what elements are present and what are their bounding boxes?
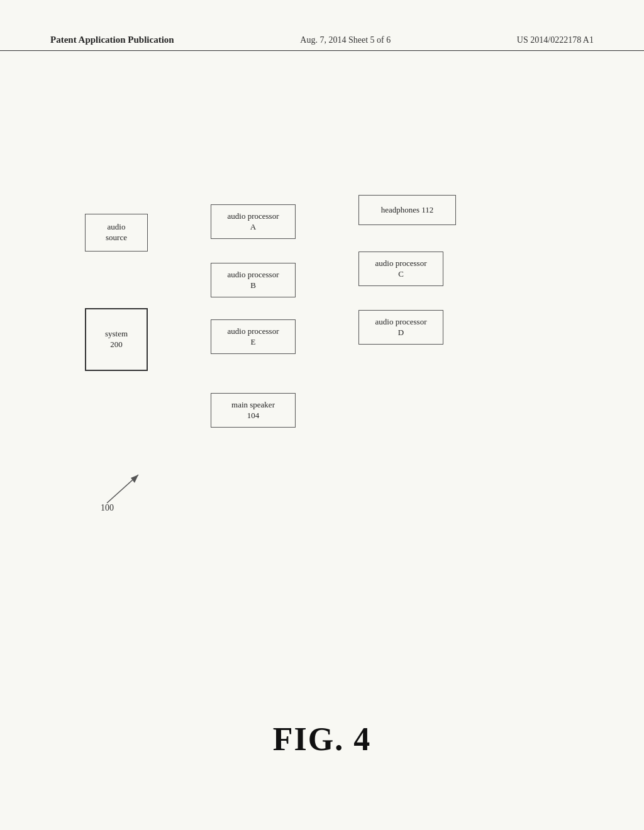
diagram-area: audio source audio processor A headphone… [50, 126, 594, 641]
main-speaker-box: main speaker 104 [211, 393, 296, 428]
audio-processor-a-box: audio processor A [211, 204, 296, 239]
audio-processor-c-box: audio processor C [358, 252, 443, 286]
system-200-label: system 200 [105, 329, 128, 350]
arrow-100 [88, 465, 164, 509]
system-200-box: system 200 [85, 308, 148, 371]
audio-source-box: audio source [85, 214, 148, 252]
date-sheet-label: Aug. 7, 2014 Sheet 5 of 6 [300, 35, 391, 45]
svg-marker-1 [131, 475, 138, 483]
audio-processor-c-label: audio processor C [375, 258, 427, 280]
page-header: Patent Application Publication Aug. 7, 2… [0, 35, 644, 51]
main-speaker-label: main speaker 104 [231, 400, 275, 421]
figure-label: FIG. 4 [0, 721, 644, 758]
ref-100-label: 100 [101, 503, 114, 513]
headphones-label: headphones 112 [381, 205, 434, 216]
audio-processor-b-box: audio processor B [211, 263, 296, 297]
audio-source-label: audio source [106, 222, 127, 243]
audio-processor-e-label: audio processor E [228, 326, 279, 348]
patent-number-label: US 2014/0222178 A1 [517, 35, 594, 45]
page: Patent Application Publication Aug. 7, 2… [0, 0, 644, 830]
publication-label: Patent Application Publication [50, 35, 174, 45]
audio-processor-e-box: audio processor E [211, 319, 296, 354]
headphones-box: headphones 112 [358, 195, 456, 225]
audio-processor-d-label: audio processor D [375, 317, 427, 338]
audio-processor-d-box: audio processor D [358, 310, 443, 345]
audio-processor-a-label: audio processor A [228, 211, 279, 233]
audio-processor-b-label: audio processor B [228, 270, 279, 291]
